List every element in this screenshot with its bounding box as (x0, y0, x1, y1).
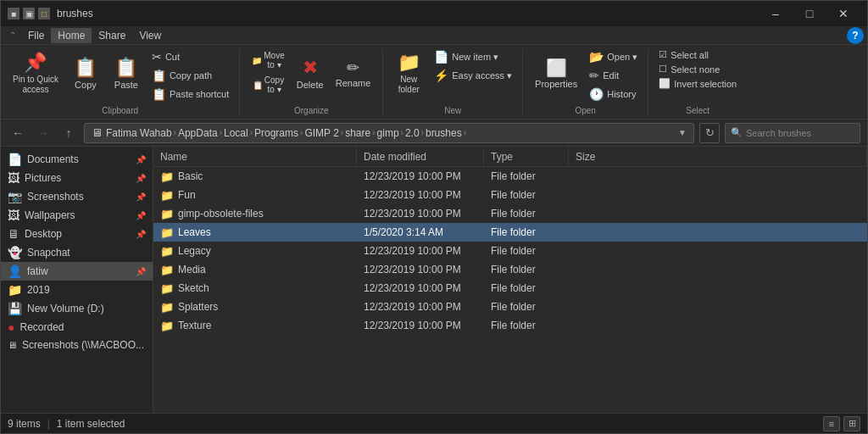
sidebar-item-pictures[interactable]: 🖼 Pictures 📌 (1, 169, 153, 187)
file-cell-name: 📁 Texture (153, 316, 357, 335)
sidebar-item-wallpapers[interactable]: 🖼 Wallpapers 📌 (1, 206, 153, 225)
paste-shortcut-button[interactable]: 📋 Paste shortcut (148, 86, 232, 103)
file-cell-size (569, 242, 867, 260)
menu-item-file[interactable]: File (21, 28, 51, 43)
status-right: ≡ ⊞ (823, 416, 860, 431)
search-box[interactable]: 🔍 Search brushes (725, 123, 860, 143)
file-cell-type: File folder (484, 298, 569, 316)
file-name: Texture (178, 320, 211, 331)
maximize-button[interactable]: □ (793, 1, 826, 26)
edit-button[interactable]: ✏ Edit (586, 67, 641, 84)
file-list: Name Date modified Type Size 📁 Basic 12/… (153, 147, 867, 413)
refresh-button[interactable]: ↻ (699, 123, 720, 143)
menu-item-share[interactable]: Share (92, 28, 132, 43)
address-bar[interactable]: 🖥 Fatima Wahab › AppData › Local › Progr… (84, 123, 694, 143)
move-to-button[interactable]: 📁 Moveto ▾ (247, 48, 289, 72)
table-row[interactable]: 📁 Texture 12/23/2019 10:00 PM File folde… (153, 316, 867, 335)
title-icon-2: ▣ (23, 8, 35, 19)
sidebar-item-snapchat[interactable]: 👻 Snapchat (1, 243, 153, 262)
sidebar-item-fatiw[interactable]: 👤 fatiw 📌 (1, 262, 153, 281)
sidebar-item-2019[interactable]: 📁 2019 (1, 281, 153, 299)
breadcrumb-part-0: Fatima Wahab (106, 127, 172, 139)
wallpapers-icon: 🖼 (8, 209, 19, 222)
copy-to-button[interactable]: 📋 Copyto ▾ (247, 73, 289, 97)
col-header-name[interactable]: Name (153, 147, 357, 166)
cut-button[interactable]: ✂ Cut (148, 48, 232, 65)
select-none-button[interactable]: ☐ Select none (655, 63, 740, 75)
delete-button[interactable]: ✖ Delete (292, 48, 329, 99)
new-item-icon: 📄 (434, 50, 448, 64)
window-controls: – □ ✕ (759, 1, 860, 26)
invert-selection-button[interactable]: ⬜ Invert selection (655, 77, 740, 90)
file-cell-size (569, 204, 867, 223)
search-placeholder: Search brushes (746, 128, 811, 138)
col-header-date[interactable]: Date modified (357, 147, 484, 166)
address-dropdown-button[interactable]: ▼ (678, 128, 687, 137)
sidebar-item-recorded[interactable]: ● Recorded (1, 318, 153, 337)
item-count: 9 items (8, 418, 41, 430)
table-row[interactable]: 📁 Sketch 12/23/2019 10:00 PM File folder (153, 279, 867, 298)
new-item-button[interactable]: 📄 New item ▾ (431, 48, 515, 65)
paste-button[interactable]: 📋 Paste (108, 48, 145, 99)
pin-icon-6: 📌 (136, 267, 146, 276)
forward-button[interactable]: → (33, 123, 53, 143)
close-button[interactable]: ✕ (826, 1, 860, 26)
col-header-size[interactable]: Size (569, 147, 867, 166)
file-cell-type: File folder (484, 204, 569, 223)
copy-path-button[interactable]: 📋 Copy path (148, 67, 232, 84)
table-row[interactable]: 📁 gimp-obsolete-files 12/23/2019 10:00 P… (153, 204, 867, 223)
sidebar-item-label-desktop: Desktop (25, 228, 131, 240)
open-button[interactable]: 📂 Open ▾ (586, 48, 641, 65)
easy-access-icon: ⚡ (434, 69, 448, 82)
folder-icon: 📁 (160, 170, 174, 183)
select-all-button[interactable]: ☑ Select all (655, 48, 740, 61)
rename-button[interactable]: ✏ Rename (331, 48, 376, 99)
sidebar-item-screenshots[interactable]: 📷 Screenshots 📌 (1, 187, 153, 206)
properties-icon: ⬜ (546, 59, 567, 76)
folder-icon: 📁 (160, 320, 174, 332)
properties-button[interactable]: ⬜ Properties (530, 48, 582, 99)
menu-item-home[interactable]: Home (51, 28, 92, 43)
file-cell-name: 📁 gimp-obsolete-files (153, 204, 357, 223)
back-button[interactable]: ← (8, 123, 28, 143)
file-name: Sketch (178, 282, 209, 294)
pin-to-quick-access-button[interactable]: 📌 Pin to Quickaccess (8, 48, 64, 99)
table-row[interactable]: 📁 Media 12/23/2019 10:00 PM File folder (153, 260, 867, 279)
easy-access-button[interactable]: ⚡ Easy access ▾ (431, 67, 515, 84)
folder-icon: 📁 (160, 245, 174, 258)
sidebar-item-desktop[interactable]: 🖥 Desktop 📌 (1, 225, 153, 243)
minimize-button[interactable]: – (759, 1, 793, 26)
history-button[interactable]: 🕐 History (586, 86, 641, 103)
file-name: Leaves (178, 226, 211, 238)
sidebar-item-screenshots-mac[interactable]: 🖥 Screenshots (\\MACBOO... (1, 337, 153, 353)
table-row[interactable]: 📁 Fun 12/23/2019 10:00 PM File folder (153, 186, 867, 204)
organize-content: 📁 Moveto ▾ 📋 Copyto ▾ ✖ Delete ✏ Rename (247, 48, 376, 104)
file-cell-name: 📁 Sketch (153, 279, 357, 298)
table-row[interactable]: 📁 Basic 12/23/2019 10:00 PM File folder (153, 167, 867, 186)
file-name: Splatters (178, 301, 218, 313)
select-all-icon: ☑ (659, 49, 667, 60)
cut-icon: ✂ (152, 50, 162, 64)
breadcrumb-part-3: Programs (254, 127, 298, 139)
new-folder-button[interactable]: 📁 Newfolder (390, 48, 427, 99)
table-row[interactable]: 📁 Leaves 1/5/2020 3:14 AM File folder (153, 223, 867, 242)
copy-button[interactable]: 📋 Copy (67, 48, 104, 99)
ribbon-collapse-button[interactable]: ⌃ (4, 27, 21, 44)
col-header-type[interactable]: Type (484, 147, 569, 166)
details-view-button[interactable]: ≡ (823, 416, 840, 431)
file-name: Legacy (178, 245, 211, 257)
menu-item-view[interactable]: View (132, 28, 168, 43)
pin-icon-5: 📌 (136, 230, 146, 239)
up-button[interactable]: ↑ (58, 123, 79, 143)
rename-icon: ✏ (347, 60, 359, 75)
title-icon-3: □ (38, 8, 50, 19)
file-cell-type: File folder (484, 167, 569, 186)
table-row[interactable]: 📁 Legacy 12/23/2019 10:00 PM File folder (153, 242, 867, 260)
table-row[interactable]: 📁 Splatters 12/23/2019 10:00 PM File fol… (153, 298, 867, 316)
help-badge[interactable]: ? (847, 27, 864, 44)
large-icons-view-button[interactable]: ⊞ (843, 416, 860, 431)
file-cell-date: 12/23/2019 10:00 PM (357, 204, 484, 223)
pictures-icon: 🖼 (8, 171, 19, 185)
sidebar-item-new-volume[interactable]: 💾 New Volume (D:) (1, 299, 153, 318)
sidebar-item-documents[interactable]: 📄 Documents 📌 (1, 150, 153, 169)
